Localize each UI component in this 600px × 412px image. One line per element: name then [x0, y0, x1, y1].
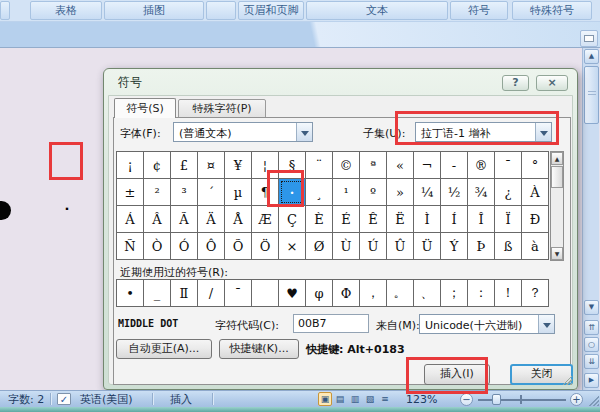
symbol-cell[interactable]: ¯ — [495, 152, 521, 178]
autocorrect-button[interactable]: 自动更正(A)... — [116, 339, 212, 359]
symbol-cell[interactable]: Ô — [198, 233, 224, 259]
recent-symbol-cell[interactable]: ： — [468, 280, 494, 306]
zoom-in-button[interactable]: + — [570, 393, 583, 406]
recent-symbol-cell[interactable]: ？ — [522, 280, 548, 306]
recent-symbol-cell[interactable]: ！ — [495, 280, 521, 306]
document-scrollbar[interactable]: ▲ ▼ ⇈ ○ ⇊ ▶ — [582, 48, 599, 390]
symbol-cell[interactable]: ² — [144, 179, 170, 205]
symbol-cell[interactable]: £ — [171, 152, 197, 178]
symbol-cell[interactable]: Ú — [360, 233, 386, 259]
chevron-down-icon[interactable] — [296, 123, 312, 141]
symbol-cell[interactable]: ¨ — [306, 152, 332, 178]
view-icon-4[interactable]: ≡ — [378, 392, 392, 406]
symbol-cell[interactable]: ¾ — [468, 179, 494, 205]
symbol-cell[interactable]: à — [522, 233, 548, 259]
symbol-cell[interactable]: Ð — [522, 206, 548, 232]
symbol-cell[interactable]: « — [387, 152, 413, 178]
zoom-slider-thumb[interactable] — [492, 394, 501, 405]
symbol-cell[interactable]: ¢ — [144, 152, 170, 178]
insert-mode-indicator[interactable]: 插入 — [170, 392, 192, 407]
symbol-cell[interactable]: Ñ — [117, 233, 143, 259]
recent-symbol-cell[interactable]: _ — [144, 280, 170, 306]
symbol-cell[interactable]: À — [522, 179, 548, 205]
symbol-cell[interactable]: Þ — [468, 233, 494, 259]
browse-previous-button[interactable]: ⇈ — [584, 320, 599, 335]
tab-special-characters[interactable]: 特殊字符(P) — [178, 99, 266, 118]
symbol-cell[interactable]: Æ — [252, 206, 278, 232]
ribbon-group-特殊符号[interactable]: 特殊符号 — [512, 1, 592, 20]
view-icon-0[interactable]: ▣ — [318, 392, 332, 406]
browse-next-button[interactable]: ⇊ — [584, 354, 599, 369]
symbol-cell[interactable]: Ê — [360, 206, 386, 232]
recent-symbol-cell[interactable]: ； — [441, 280, 467, 306]
ribbon-group-插图[interactable]: 插图 — [104, 1, 204, 20]
grid-scroll-up-icon[interactable]: ▲ — [551, 152, 563, 165]
ribbon-group-blank[interactable] — [0, 1, 10, 20]
shortcut-key-button[interactable]: 快捷键(K)... — [219, 339, 299, 359]
symbol-cell[interactable]: É — [333, 206, 359, 232]
recent-symbol-cell[interactable] — [252, 280, 278, 306]
symbol-cell[interactable]: Ö — [252, 233, 278, 259]
scroll-thumb[interactable] — [584, 66, 599, 124]
ribbon-group-符号[interactable]: 符号 — [450, 1, 508, 20]
symbol-cell[interactable]: ¼ — [414, 179, 440, 205]
symbol-cell[interactable]: ³ — [171, 179, 197, 205]
symbol-cell[interactable]: µ — [225, 179, 251, 205]
symbol-cell[interactable]: Ø — [306, 233, 332, 259]
symbol-cell[interactable]: - — [441, 152, 467, 178]
recent-symbol-cell[interactable]: ¯ — [225, 280, 251, 306]
ribbon-group-页眉和页脚[interactable]: 页眉和页脚 — [238, 1, 304, 20]
language-indicator[interactable]: 英语(美国) — [80, 392, 133, 407]
symbol-cell[interactable]: ® — [468, 152, 494, 178]
window-resize-grip[interactable] — [587, 394, 599, 406]
symbol-cell[interactable]: Û — [387, 233, 413, 259]
ribbon-group-blank[interactable] — [206, 1, 236, 20]
ruler-toggle-button[interactable] — [580, 30, 598, 47]
view-icon-1[interactable]: ▤ — [333, 392, 347, 406]
font-select[interactable]: (普通文本) — [173, 122, 313, 142]
recent-symbol-cell[interactable]: ♥ — [279, 280, 305, 306]
browse-object-button[interactable]: ○ — [584, 337, 599, 352]
symbol-cell[interactable]: ª — [360, 152, 386, 178]
symbol-cell[interactable]: ´ — [198, 179, 224, 205]
symbol-cell[interactable]: Ù — [333, 233, 359, 259]
recent-symbol-cell[interactable]: Ⅱ — [171, 280, 197, 306]
symbol-cell[interactable]: Ï — [495, 206, 521, 232]
symbol-cell[interactable]: Ò — [144, 233, 170, 259]
help-button[interactable]: ? — [502, 75, 529, 91]
recent-symbol-cell[interactable]: • — [117, 280, 143, 306]
recent-symbol-cell[interactable]: / — [198, 280, 224, 306]
symbol-cell[interactable]: Ã — [171, 206, 197, 232]
symbol-cell[interactable]: Î — [468, 206, 494, 232]
scroll-up-button[interactable]: ▲ — [584, 49, 599, 64]
symbol-cell[interactable]: Á — [117, 206, 143, 232]
symbol-cell[interactable]: Ä — [198, 206, 224, 232]
symbol-grid-scrollbar[interactable]: ▲ ▼ — [550, 151, 564, 261]
grid-scroll-thumb[interactable] — [551, 166, 563, 188]
close-icon[interactable]: × — [536, 75, 568, 91]
symbol-cell[interactable]: ¬ — [414, 152, 440, 178]
symbol-cell[interactable]: Ü — [414, 233, 440, 259]
recent-symbol-cell[interactable]: ， — [360, 280, 386, 306]
symbol-cell[interactable]: ¤ — [198, 152, 224, 178]
symbol-cell[interactable]: Ì — [414, 206, 440, 232]
symbol-cell[interactable]: Â — [144, 206, 170, 232]
grid-scroll-down-icon[interactable]: ▼ — [551, 247, 563, 260]
symbol-cell[interactable]: ¸ — [306, 179, 332, 205]
zoom-out-button[interactable]: − — [460, 393, 473, 406]
ribbon-group-文本[interactable]: 文本 — [306, 1, 448, 20]
symbol-cell[interactable]: » — [387, 179, 413, 205]
tab-symbols[interactable]: 符号(S) — [114, 98, 176, 118]
recent-symbol-cell[interactable]: φ — [306, 280, 332, 306]
symbol-cell[interactable]: Å — [225, 206, 251, 232]
view-icon-3[interactable]: ▧ — [363, 392, 377, 406]
from-select[interactable]: Unicode(十六进制) — [419, 314, 555, 334]
zoom-level[interactable]: 123% — [406, 392, 437, 407]
spellcheck-icon[interactable]: ✓ — [57, 393, 71, 405]
symbol-cell[interactable]: Í — [441, 206, 467, 232]
symbol-cell[interactable]: ° — [522, 152, 548, 178]
view-icon-2[interactable]: ▥ — [348, 392, 362, 406]
hscroll-right-button[interactable]: ▶ — [584, 373, 599, 388]
symbol-cell[interactable]: ± — [117, 179, 143, 205]
recent-symbol-cell[interactable]: 、 — [414, 280, 440, 306]
